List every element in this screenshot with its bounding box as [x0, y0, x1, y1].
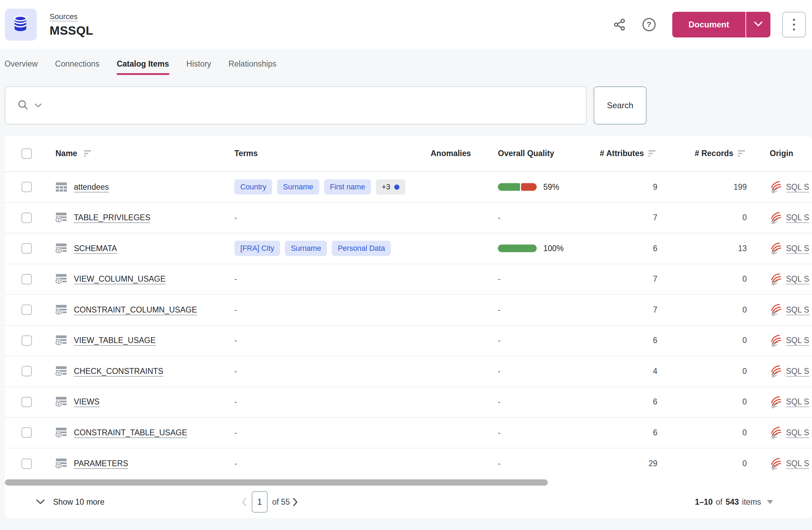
row-checkbox[interactable]	[21, 335, 32, 346]
term-chip[interactable]: First name	[324, 179, 371, 195]
column-header-name[interactable]: Name	[46, 149, 234, 158]
catalog-item-link[interactable]: CHECK_CONSTRAINTS	[74, 367, 163, 376]
origin-link[interactable]: SQL S	[786, 213, 809, 222]
row-checkbox[interactable]	[21, 213, 32, 223]
terms-overflow-count: +3	[382, 183, 390, 191]
catalog-item-link[interactable]: CONSTRAINT_TABLE_USAGE	[74, 428, 187, 437]
kebab-menu-button[interactable]	[782, 12, 806, 37]
page-count-label: of 55	[272, 497, 290, 507]
items-range: 1–10	[695, 497, 712, 507]
quality-bar	[498, 183, 537, 191]
sort-icon[interactable]	[84, 150, 93, 157]
row-checkbox-cell	[5, 182, 46, 192]
origin-link[interactable]: SQL S	[786, 397, 809, 407]
name-cell: CONSTRAINT_COLUMN_USAGE	[46, 305, 234, 315]
sqlserver-icon	[770, 365, 781, 378]
row-checkbox[interactable]	[21, 366, 32, 376]
search-input[interactable]	[47, 91, 586, 120]
column-label-name: Name	[55, 149, 77, 158]
row-checkbox-cell	[5, 213, 46, 223]
row-checkbox[interactable]	[21, 397, 32, 407]
sqlserver-icon	[770, 426, 781, 439]
quality-empty: -	[498, 274, 501, 284]
term-chip[interactable]: Surname	[277, 179, 319, 195]
name-cell: SCHEMATA	[46, 243, 234, 254]
document-dropdown-button[interactable]	[745, 12, 770, 37]
column-header-records[interactable]: # Records	[661, 149, 750, 158]
chevron-right-icon[interactable]	[293, 497, 298, 507]
tab-history[interactable]: History	[187, 59, 211, 75]
help-icon[interactable]: ?	[642, 18, 656, 31]
origin-link[interactable]: SQL S	[786, 336, 809, 345]
term-chip[interactable]: Surname	[285, 241, 327, 256]
tab-overview[interactable]: Overview	[5, 59, 38, 75]
scrollbar-thumb[interactable]	[5, 479, 548, 486]
catalog-item-link[interactable]: PARAMETERS	[74, 459, 128, 468]
document-split-button: Document	[672, 12, 770, 37]
row-checkbox-cell	[5, 274, 46, 284]
row-checkbox[interactable]	[21, 274, 32, 284]
row-checkbox[interactable]	[21, 243, 32, 254]
attributes-value: 9	[587, 182, 661, 192]
origin-link[interactable]: SQL S	[786, 428, 809, 437]
header-checkbox-cell	[5, 148, 46, 159]
term-chip[interactable]: [FRA] City	[234, 241, 280, 256]
row-checkbox-cell	[5, 397, 46, 407]
terms-empty: -	[234, 213, 237, 222]
breadcrumb[interactable]: Sources	[50, 12, 78, 21]
catalog-item-link[interactable]: VIEWS	[74, 397, 100, 407]
tab-connections[interactable]: Connections	[55, 59, 100, 75]
catalog-item-link[interactable]: VIEW_TABLE_USAGE	[74, 336, 156, 345]
terms-overflow-chip[interactable]: +3	[376, 179, 405, 195]
terms-empty: -	[234, 305, 237, 315]
sqlserver-icon	[770, 211, 781, 224]
chevron-left-icon[interactable]	[242, 497, 247, 507]
origin-link[interactable]: SQL S	[786, 244, 809, 253]
origin-link[interactable]: SQL S	[786, 182, 809, 192]
database-icon	[11, 15, 30, 35]
catalog-items-card: Name Terms Anomalies Overall Quality # A…	[5, 136, 812, 518]
catalog-item-link[interactable]: CONSTRAINT_COLUMN_USAGE	[74, 305, 197, 315]
sort-icon[interactable]	[648, 150, 657, 157]
row-checkbox[interactable]	[21, 459, 32, 469]
catalog-item-link[interactable]: TABLE_PRIVILEGES	[74, 213, 150, 222]
triangle-down-icon[interactable]	[767, 500, 773, 504]
search-scope-chevron-icon[interactable]	[35, 103, 42, 108]
term-chip[interactable]: Country	[234, 179, 272, 195]
terms-cell: [FRA] CitySurnamePersonal Data	[234, 241, 426, 256]
quality-cell: -	[496, 459, 587, 468]
tab-catalog-items[interactable]: Catalog Items	[117, 59, 169, 75]
row-checkbox[interactable]	[21, 427, 32, 438]
terms-empty: -	[234, 397, 237, 407]
sqlserver-icon	[770, 457, 781, 470]
row-checkbox[interactable]	[21, 182, 32, 192]
sort-icon[interactable]	[738, 150, 747, 157]
row-checkbox[interactable]	[21, 305, 32, 315]
name-cell: VIEWS	[46, 396, 234, 407]
show-more-button[interactable]: Show 10 more	[36, 497, 104, 507]
origin-link[interactable]: SQL S	[786, 305, 809, 315]
search-button[interactable]: Search	[594, 86, 647, 125]
origin-cell: SQL S	[750, 273, 812, 286]
tab-relationships[interactable]: Relationships	[228, 59, 276, 75]
catalog-item-link[interactable]: SCHEMATA	[74, 244, 117, 253]
origin-cell: SQL S	[750, 426, 812, 439]
term-chip[interactable]: Personal Data	[332, 241, 391, 256]
page-number-input[interactable]: 1	[252, 491, 268, 513]
origin-cell: SQL S	[750, 303, 812, 316]
name-cell: VIEW_TABLE_USAGE	[46, 335, 234, 346]
quality-cell: -	[496, 336, 587, 345]
search-icon	[17, 99, 29, 112]
origin-link[interactable]: SQL S	[786, 274, 809, 284]
column-header-attributes[interactable]: # Attributes	[587, 149, 661, 158]
search-box	[5, 86, 587, 125]
share-icon[interactable]	[613, 18, 627, 32]
quality-cell: -	[496, 397, 587, 407]
catalog-item-link[interactable]: VIEW_COLUMN_USAGE	[74, 274, 166, 284]
origin-link[interactable]: SQL S	[786, 367, 809, 376]
catalog-item-link[interactable]: attendees	[74, 182, 109, 192]
select-all-checkbox[interactable]	[21, 148, 32, 159]
column-label-origin: Origin	[770, 149, 793, 158]
origin-link[interactable]: SQL S	[786, 459, 809, 468]
document-button[interactable]: Document	[672, 12, 745, 37]
